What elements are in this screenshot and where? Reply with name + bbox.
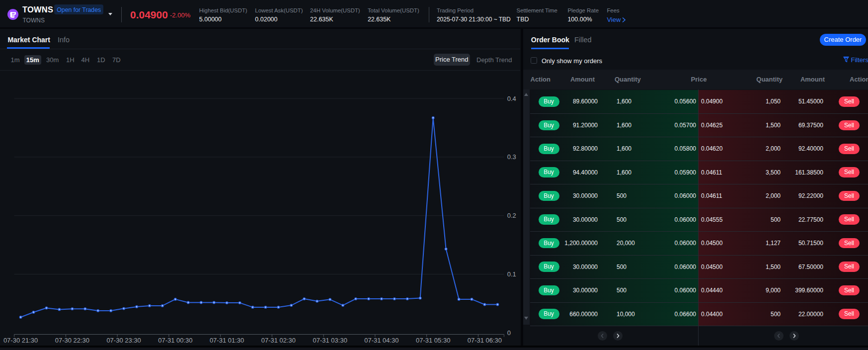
svg-text:07-30 22:30: 07-30 22:30	[55, 337, 89, 344]
svg-text:07-31 04:30: 07-31 04:30	[364, 337, 398, 344]
svg-text:07-31 02:30: 07-31 02:30	[261, 337, 296, 344]
svg-text:0.3: 0.3	[507, 153, 516, 161]
svg-text:0.2: 0.2	[507, 212, 516, 219]
svg-text:0.1: 0.1	[507, 270, 516, 278]
svg-text:07-30 23:30: 07-30 23:30	[106, 337, 141, 344]
svg-text:07-31 06:30: 07-31 06:30	[468, 337, 502, 344]
svg-text:0.4: 0.4	[507, 95, 516, 102]
svg-text:07-31 03:30: 07-31 03:30	[313, 337, 347, 344]
svg-text:0: 0	[507, 329, 511, 337]
svg-text:07-30 21:30: 07-30 21:30	[3, 337, 38, 344]
svg-text:07-31 00:30: 07-31 00:30	[158, 337, 192, 344]
svg-text:07-31 05:30: 07-31 05:30	[416, 337, 450, 344]
svg-text:07-31 01:30: 07-31 01:30	[210, 337, 244, 344]
